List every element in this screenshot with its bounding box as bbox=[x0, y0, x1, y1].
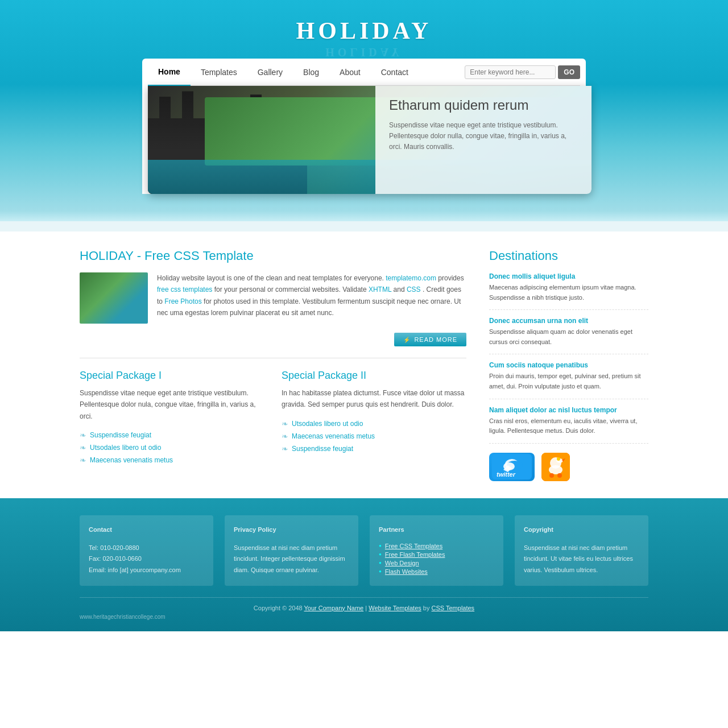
rss-icon[interactable] bbox=[541, 453, 570, 481]
destination-4-text: Cras nisl eros, elementum eu, iaculis vi… bbox=[489, 416, 648, 436]
destination-2-title: Donec accumsan urna non elit bbox=[489, 317, 648, 325]
package-2-list: Utsodales libero ut odio Maecenas venena… bbox=[282, 417, 466, 455]
site-title-reflection: HOLIDAY bbox=[0, 46, 728, 59]
destinations-title: Destinations bbox=[489, 249, 648, 263]
destination-4-title: Nam aliquet dolor ac nisl luctus tempor bbox=[489, 406, 648, 414]
article-link-css[interactable]: CSS bbox=[407, 286, 421, 293]
article-text-1: Holiday website layout is one of the cle… bbox=[157, 274, 384, 282]
footer: Contact Tel: 010-020-0880 Fax: 020-010-0… bbox=[0, 498, 728, 631]
hero-text: Suspendisse vitae neque eget ante tristi… bbox=[389, 120, 578, 153]
package-2-item-2: Maecenas venenatis metus bbox=[282, 430, 466, 442]
footer-templates-link[interactable]: Website Templates bbox=[369, 605, 421, 611]
search-input[interactable] bbox=[465, 65, 556, 79]
package-1-item-3: Maecenas venenatis metus bbox=[80, 454, 264, 466]
twitter-icon[interactable]: twitter bbox=[489, 453, 535, 481]
destination-1-title: Donec mollis aliquet ligula bbox=[489, 272, 648, 280]
article-link-free-photos[interactable]: Free Photos bbox=[164, 297, 201, 305]
footer-partner-link-4[interactable]: Flash Websites bbox=[385, 568, 428, 575]
footer-partners-title: Partners bbox=[379, 524, 494, 536]
footer-contact-line-1: Tel: 010-020-0880 bbox=[89, 543, 204, 554]
nav-templates[interactable]: Templates bbox=[191, 59, 247, 86]
footer-partner-2: Free Flash Templates bbox=[379, 551, 494, 558]
package-2-text: In hac habitasse platea dictumst. Fusce … bbox=[282, 387, 466, 411]
package-2: Special Package II In hac habitasse plat… bbox=[282, 370, 466, 466]
article-thumbnail bbox=[80, 272, 148, 324]
destination-3-text: Proin dui mauris, tempor eget, pulvinar … bbox=[489, 371, 648, 391]
footer-privacy-text: Suspendisse at nisi nec diam pretium tin… bbox=[234, 543, 349, 576]
package-1-item-2: Utsodales libero ut odio bbox=[80, 441, 264, 454]
divider-1 bbox=[80, 358, 466, 358]
footer-partners-list: Free CSS Templates Free Flash Templates … bbox=[379, 543, 494, 575]
nav-gallery[interactable]: Gallery bbox=[247, 59, 293, 86]
read-more-area: READ MORE bbox=[80, 333, 466, 346]
footer-partner-3: Web Design bbox=[379, 560, 494, 566]
article-body: Holiday website layout is one of the cle… bbox=[157, 272, 466, 324]
svg-point-9 bbox=[557, 457, 560, 461]
destination-3: Cum sociis natoque penatibus Proin dui m… bbox=[489, 361, 648, 399]
article-area: Holiday website layout is one of the cle… bbox=[80, 272, 466, 324]
package-2-item-1: Utsodales libero ut odio bbox=[282, 417, 466, 430]
footer-contact: Contact Tel: 010-020-0880 Fax: 020-010-0… bbox=[80, 515, 213, 586]
article-text-2: provides bbox=[438, 274, 464, 282]
destination-1-text: Maecenas adipiscing elementum ipsum vita… bbox=[489, 283, 648, 303]
footer-privacy-title: Privacy Policy bbox=[234, 524, 349, 536]
footer-partner-link-2[interactable]: Free Flash Templates bbox=[385, 551, 445, 558]
footer-contact-title: Contact bbox=[89, 524, 204, 536]
svg-point-13 bbox=[557, 473, 562, 478]
hero-title: Etharum quidem rerum bbox=[389, 97, 578, 113]
svg-point-11 bbox=[549, 465, 562, 474]
article-link-free-css[interactable]: free css templates bbox=[157, 286, 212, 293]
footer-css-link[interactable]: CSS Templates bbox=[432, 605, 475, 611]
article-link-templatemo[interactable]: templatemo.com bbox=[386, 274, 436, 282]
main-content: HOLIDAY - Free CSS Template Holiday webs… bbox=[0, 231, 728, 498]
footer-partner-4: Flash Websites bbox=[379, 568, 494, 575]
footer-bottom: Copyright © 2048 Your Company Name | Web… bbox=[80, 597, 648, 611]
footer-partner-link-1[interactable]: Free CSS Templates bbox=[385, 543, 442, 549]
package-2-title: Special Package II bbox=[282, 370, 466, 382]
package-1-item-1: Suspendisse feugiat bbox=[80, 429, 264, 441]
footer-copyright-year: Copyright © 2048 bbox=[254, 605, 303, 611]
footer-privacy: Privacy Policy Suspendisse at nisi nec d… bbox=[225, 515, 358, 586]
nav-about[interactable]: About bbox=[329, 59, 371, 86]
mid-separator-2 bbox=[0, 221, 728, 231]
nav-contact[interactable]: Contact bbox=[371, 59, 419, 86]
package-1-list: Suspendisse feugiat Utsodales libero ut … bbox=[80, 429, 264, 466]
footer-copyright-title: Copyright bbox=[524, 524, 639, 536]
svg-point-12 bbox=[549, 473, 554, 478]
footer-contact-line-3: Email: info [at] yourcompany.com bbox=[89, 565, 204, 576]
destination-1: Donec mollis aliquet ligula Maecenas adi… bbox=[489, 272, 648, 310]
footer-contact-line-2: Fax: 020-010-0660 bbox=[89, 553, 204, 565]
article-text-4: and bbox=[394, 286, 407, 293]
nav-home[interactable]: Home bbox=[148, 59, 191, 86]
footer-partner-link-3[interactable]: Web Design bbox=[385, 560, 419, 566]
destination-2-text: Suspendisse aliquam quam ac dolor venena… bbox=[489, 327, 648, 347]
main-nav: Home Templates Gallery Blog About Contac… bbox=[148, 59, 580, 86]
main-section-title: HOLIDAY - Free CSS Template bbox=[80, 249, 466, 263]
article-text-3: for your personal or commercial websites… bbox=[214, 286, 369, 293]
footer-columns: Contact Tel: 010-020-0880 Fax: 020-010-0… bbox=[80, 515, 648, 586]
footer-copyright-text: Suspendisse at nisi nec diam pretium tin… bbox=[524, 543, 639, 576]
right-column: Destinations Donec mollis aliquet ligula… bbox=[489, 249, 648, 481]
package-1: Special Package I Suspendisse vitae nequ… bbox=[80, 370, 264, 466]
read-more-button[interactable]: READ MORE bbox=[394, 333, 466, 346]
footer-by-text: by bbox=[423, 605, 432, 611]
hero-overlay: Etharum quidem rerum Suspendisse vitae n… bbox=[375, 86, 592, 194]
nav-blog[interactable]: Blog bbox=[293, 59, 329, 86]
package-1-title: Special Package I bbox=[80, 370, 264, 382]
article-link-xhtml[interactable]: XHTML bbox=[369, 286, 391, 293]
search-form: GO bbox=[465, 65, 580, 79]
footer-partner-1: Free CSS Templates bbox=[379, 543, 494, 549]
destination-3-title: Cum sociis natoque penatibus bbox=[489, 361, 648, 369]
mid-separator-1 bbox=[0, 211, 728, 221]
article-text-6: for photos used in this template. Vestib… bbox=[157, 297, 461, 317]
hero-banner: Etharum quidem rerum Suspendisse vitae n… bbox=[148, 86, 592, 194]
footer-partners: Partners Free CSS Templates Free Flash T… bbox=[370, 515, 503, 586]
packages-area: Special Package I Suspendisse vitae nequ… bbox=[80, 370, 466, 466]
footer-watermark: www.heritagechristiancollege.com bbox=[80, 614, 648, 620]
package-1-text: Suspendisse vitae neque eget ante tristi… bbox=[80, 387, 264, 422]
destination-4: Nam aliquet dolor ac nisl luctus tempor … bbox=[489, 406, 648, 444]
left-column: HOLIDAY - Free CSS Template Holiday webs… bbox=[80, 249, 466, 481]
package-2-item-3: Suspendisse feugiat bbox=[282, 442, 466, 455]
footer-company-link[interactable]: Your Company Name bbox=[304, 605, 363, 611]
search-button[interactable]: GO bbox=[558, 65, 580, 79]
